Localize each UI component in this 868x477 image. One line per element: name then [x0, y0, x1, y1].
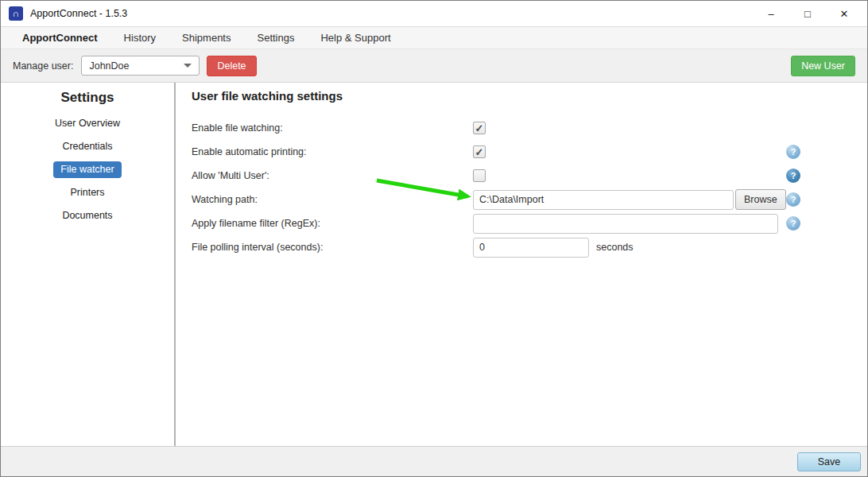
field-label: File polling interval (seconds): — [192, 242, 473, 253]
sidebar-item-file-watcher[interactable]: File watcher — [1, 158, 174, 181]
enable-file-watching-checkbox[interactable]: ✓ — [473, 122, 486, 134]
page-title: User file watching settings — [192, 89, 867, 103]
title-bar: ∩ ApportConnect - 1.5.3 – □ ✕ — [1, 1, 867, 26]
manage-user-label: Manage user: — [13, 60, 73, 72]
app-window: ∩ ApportConnect - 1.5.3 – □ ✕ ApportConn… — [0, 0, 868, 477]
form-row-file-polling-interval-seconds: File polling interval (seconds):seconds — [192, 235, 867, 259]
form-row-allow-multi-user: Allow 'Multi User':? — [192, 164, 867, 188]
form-row-apply-filename-filter-regex: Apply filename filter (RegEx):? — [192, 211, 867, 235]
field-label: Enable automatic printing: — [192, 146, 473, 157]
sidebar-item-label: Documents — [55, 207, 119, 224]
menu-item-help-support[interactable]: Help & Support — [320, 32, 390, 44]
form-row-enable-automatic-printing: Enable automatic printing:✓? — [192, 140, 867, 164]
field-label: Apply filename filter (RegEx): — [192, 218, 473, 229]
help-icon[interactable]: ? — [786, 145, 800, 159]
watching-path-input[interactable] — [473, 190, 734, 210]
help-icon[interactable]: ? — [786, 216, 800, 231]
user-dropdown-value: JohnDoe — [89, 60, 129, 72]
sidebar-item-printers[interactable]: Printers — [1, 181, 174, 204]
app-logo-icon: ∩ — [9, 6, 23, 21]
unit-label: seconds — [596, 242, 634, 253]
sidebar-item-credentials[interactable]: Credentials — [1, 135, 174, 158]
sidebar-item-label: Credentials — [55, 138, 119, 155]
sidebar-item-user-overview[interactable]: User Overview — [1, 112, 174, 135]
menu-item-settings[interactable]: Settings — [257, 32, 294, 44]
delete-user-button[interactable]: Delete — [207, 56, 256, 76]
file-watcher-panel: User file watching settings Enable file … — [176, 83, 867, 446]
menu-item-history[interactable]: History — [124, 32, 156, 44]
maximize-icon[interactable]: □ — [796, 4, 820, 23]
save-button[interactable]: Save — [797, 452, 861, 471]
allow-multi-user-checkbox[interactable] — [473, 169, 486, 182]
form-row-enable-file-watching: Enable file watching:✓ — [192, 116, 867, 140]
field-label: Allow 'Multi User': — [192, 170, 473, 181]
minimize-icon[interactable]: – — [759, 4, 783, 23]
content-area: Settings User OverviewCredentialsFile wa… — [1, 83, 867, 446]
sidebar-title: Settings — [1, 90, 174, 106]
sidebar-item-documents[interactable]: Documents — [1, 204, 174, 227]
close-icon[interactable]: ✕ — [832, 4, 856, 23]
footer-bar: Save — [1, 446, 867, 476]
menu-item-apportconnect[interactable]: ApportConnect — [22, 32, 98, 44]
toolbar: Manage user: JohnDoe Delete New User — [1, 48, 867, 83]
settings-form: Enable file watching:✓Enable automatic p… — [192, 116, 867, 259]
new-user-button[interactable]: New User — [791, 56, 855, 76]
user-dropdown[interactable]: JohnDoe — [81, 56, 200, 76]
field-label: Watching path: — [192, 194, 473, 205]
window-title: ApportConnect - 1.5.3 — [30, 8, 127, 19]
menu-item-shipments[interactable]: Shipments — [182, 32, 231, 44]
settings-sidebar: Settings User OverviewCredentialsFile wa… — [1, 83, 176, 446]
sidebar-items: User OverviewCredentialsFile watcherPrin… — [1, 112, 174, 227]
menu-bar: ApportConnectHistoryShipmentsSettingsHel… — [1, 26, 867, 48]
sidebar-item-label: File watcher — [53, 161, 121, 178]
help-icon[interactable]: ? — [786, 169, 800, 183]
apply-filename-filter-regex-input[interactable] — [473, 214, 778, 234]
enable-automatic-printing-checkbox[interactable]: ✓ — [473, 145, 486, 158]
sidebar-item-label: User Overview — [48, 115, 127, 132]
sidebar-item-label: Printers — [63, 184, 111, 201]
file-polling-interval-seconds-input[interactable] — [473, 238, 589, 258]
field-label: Enable file watching: — [192, 122, 473, 134]
help-icon[interactable]: ? — [786, 192, 800, 207]
window-controls: – □ ✕ — [746, 4, 867, 23]
form-row-watching-path: Watching path:Browse? — [192, 188, 867, 211]
browse-button[interactable]: Browse — [735, 189, 786, 210]
chevron-down-icon — [184, 64, 192, 68]
